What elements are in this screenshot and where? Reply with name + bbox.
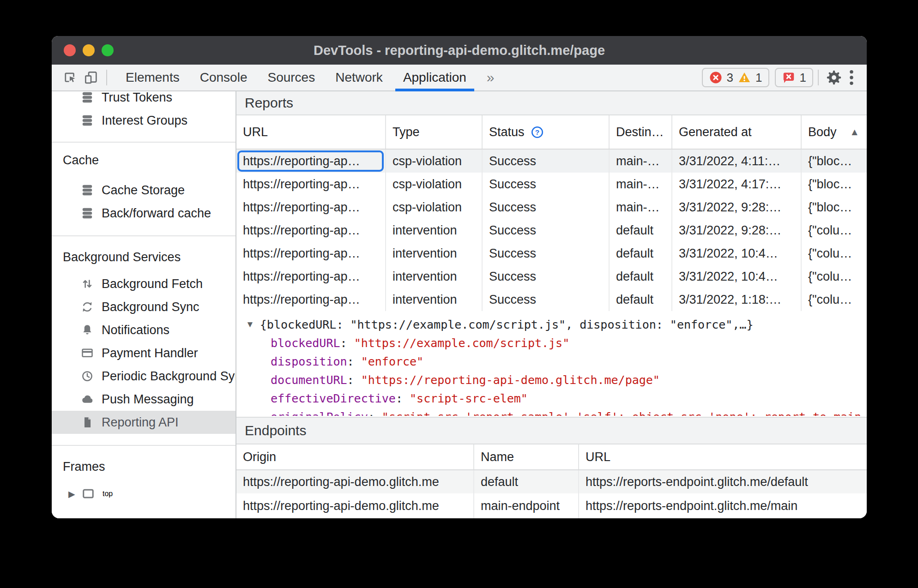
sidebar-item-interest-groups[interactable]: Interest Groups xyxy=(52,109,236,132)
inspect-element-button[interactable] xyxy=(59,67,80,88)
report-status-cell[interactable]: Success xyxy=(483,242,610,265)
report-body-cell[interactable]: {"colu… xyxy=(802,219,867,242)
report-row[interactable]: https://reporting-ap… csp-violation Succ… xyxy=(236,150,867,173)
report-type-cell[interactable]: intervention xyxy=(386,219,483,242)
sidebar-item-background-fetch[interactable]: Background Fetch xyxy=(52,272,236,295)
zoom-window-button[interactable] xyxy=(102,44,114,56)
minimize-window-button[interactable] xyxy=(83,44,95,56)
report-type-cell[interactable]: csp-violation xyxy=(386,150,483,173)
status-help-icon[interactable]: ? xyxy=(530,125,544,139)
report-url-cell[interactable]: https://reporting-ap… xyxy=(236,196,386,219)
sidebar-item-top-frame[interactable]: ▶ top xyxy=(52,482,236,505)
sidebar-item-trust-tokens[interactable]: Trust Tokens xyxy=(52,91,236,109)
tab-sources[interactable]: Sources xyxy=(257,65,325,90)
report-type-cell[interactable]: intervention xyxy=(386,265,483,288)
sidebar-item-notifications[interactable]: Notifications xyxy=(52,318,236,342)
column-header-body[interactable]: Body ▲ xyxy=(802,115,867,149)
report-destination-cell[interactable]: default xyxy=(610,288,672,311)
report-url-cell[interactable]: https://reporting-ap… xyxy=(236,150,386,173)
column-header-generated-at[interactable]: Generated at xyxy=(672,115,802,149)
endpoint-origin-cell[interactable]: https://reporting-api-demo.glitch.me xyxy=(236,493,474,518)
endpoint-url-cell[interactable]: https://reports-endpoint.glitch.me/defau… xyxy=(579,470,867,493)
tab-application[interactable]: Application xyxy=(393,65,477,90)
report-generated-cell[interactable]: 3/31/2022, 9:28:… xyxy=(672,196,802,219)
report-generated-cell[interactable]: 3/31/2022, 10:4… xyxy=(672,265,802,288)
collapse-triangle-icon[interactable]: ▼ xyxy=(246,316,254,334)
sidebar-item-reporting-api[interactable]: Reporting API xyxy=(52,411,236,434)
sidebar-item-label: Interest Groups xyxy=(102,114,187,128)
report-url-cell[interactable]: https://reporting-ap… xyxy=(236,242,386,265)
console-errors-warnings-button[interactable]: 3 1 xyxy=(702,68,769,87)
report-url-cell[interactable]: https://reporting-ap… xyxy=(236,219,386,242)
report-body-cell[interactable]: {"bloc… xyxy=(802,150,867,173)
report-generated-cell[interactable]: 3/31/2022, 4:11:… xyxy=(672,150,802,173)
expand-triangle-icon[interactable]: ▶ xyxy=(68,489,81,499)
report-generated-cell[interactable]: 3/31/2022, 4:17:… xyxy=(672,173,802,196)
tab-console[interactable]: Console xyxy=(190,65,258,90)
report-status-cell[interactable]: Success xyxy=(483,196,610,219)
column-header-url[interactable]: URL xyxy=(236,115,386,149)
report-destination-cell[interactable]: main-… xyxy=(610,173,672,196)
report-generated-cell[interactable]: 3/31/2022, 9:28:… xyxy=(672,219,802,242)
sidebar-item-cache-storage[interactable]: Cache Storage xyxy=(52,179,236,202)
settings-button[interactable] xyxy=(823,67,845,88)
report-destination-cell[interactable]: main-… xyxy=(610,150,672,173)
sidebar-item-background-sync[interactable]: Background Sync xyxy=(52,295,236,318)
endpoint-url-cell[interactable]: https://reports-endpoint.glitch.me/main xyxy=(579,493,867,518)
report-type-cell[interactable]: csp-violation xyxy=(386,173,483,196)
report-destination-cell[interactable]: main-… xyxy=(610,196,672,219)
endpoint-name-cell[interactable]: main-endpoint xyxy=(474,493,579,518)
report-url-cell[interactable]: https://reporting-ap… xyxy=(236,265,386,288)
sidebar-item-push-messaging[interactable]: Push Messaging xyxy=(52,388,236,411)
column-header-endpoint-url[interactable]: URL xyxy=(579,444,867,469)
more-tabs-button[interactable]: » xyxy=(477,65,504,90)
report-destination-cell[interactable]: default xyxy=(610,265,672,288)
report-type-cell[interactable]: intervention xyxy=(386,242,483,265)
report-row[interactable]: https://reporting-ap… intervention Succe… xyxy=(236,242,867,265)
report-url-cell[interactable]: https://reporting-ap… xyxy=(236,173,386,196)
tab-elements[interactable]: Elements xyxy=(115,65,190,90)
report-body-cell[interactable]: {"colu… xyxy=(802,288,867,311)
sidebar-item-payment-handler[interactable]: Payment Handler xyxy=(52,342,236,365)
column-header-name[interactable]: Name xyxy=(474,444,579,469)
report-status-cell[interactable]: Success xyxy=(483,173,610,196)
column-header-status[interactable]: Status ? xyxy=(483,115,610,149)
toggle-device-toolbar-button[interactable] xyxy=(80,67,102,88)
report-type-cell[interactable]: csp-violation xyxy=(386,196,483,219)
column-header-destination[interactable]: Destin… xyxy=(610,115,672,149)
report-url-cell[interactable]: https://reporting-ap… xyxy=(236,288,386,311)
endpoint-row[interactable]: https://reporting-api-demo.glitch.me mai… xyxy=(236,493,867,518)
report-body-cell[interactable]: {"colu… xyxy=(802,265,867,288)
report-status-cell[interactable]: Success xyxy=(483,150,610,173)
report-generated-cell[interactable]: 3/31/2022, 10:4… xyxy=(672,242,802,265)
report-type-cell[interactable]: intervention xyxy=(386,288,483,311)
issues-button[interactable]: 1 xyxy=(775,68,813,87)
report-row[interactable]: https://reporting-ap… intervention Succe… xyxy=(236,219,867,242)
report-status-cell[interactable]: Success xyxy=(483,219,610,242)
endpoint-row[interactable]: https://reporting-api-demo.glitch.me def… xyxy=(236,470,867,493)
report-destination-cell[interactable]: default xyxy=(610,219,672,242)
cloud-icon xyxy=(80,392,94,406)
report-row[interactable]: https://reporting-ap… intervention Succe… xyxy=(236,265,867,288)
endpoint-name-cell[interactable]: default xyxy=(474,470,579,493)
close-window-button[interactable] xyxy=(64,44,76,56)
report-row[interactable]: https://reporting-ap… csp-violation Succ… xyxy=(236,173,867,196)
report-status-cell[interactable]: Success xyxy=(483,288,610,311)
report-row[interactable]: https://reporting-ap… intervention Succe… xyxy=(236,288,867,311)
sidebar-item-back-forward-cache[interactable]: Back/forward cache xyxy=(52,202,236,225)
json-preview-row[interactable]: ▼{blockedURL: "https://example.com/scrip… xyxy=(236,316,867,334)
report-row[interactable]: https://reporting-ap… csp-violation Succ… xyxy=(236,196,867,219)
report-body-cell[interactable]: {"colu… xyxy=(802,242,867,265)
tab-network[interactable]: Network xyxy=(325,65,393,90)
column-header-origin[interactable]: Origin xyxy=(236,444,474,469)
report-body-cell[interactable]: {"bloc… xyxy=(802,173,867,196)
column-header-type[interactable]: Type xyxy=(386,115,483,149)
report-status-cell[interactable]: Success xyxy=(483,265,610,288)
report-body-cell[interactable]: {"bloc… xyxy=(802,196,867,219)
report-generated-cell[interactable]: 3/31/2022, 1:18:… xyxy=(672,288,802,311)
report-destination-cell[interactable]: default xyxy=(610,242,672,265)
endpoint-origin-cell[interactable]: https://reporting-api-demo.glitch.me xyxy=(236,470,474,493)
sidebar-section-background-services: Background Services Background Fetch xyxy=(52,236,236,446)
more-options-button[interactable] xyxy=(845,67,858,88)
sidebar-item-periodic-background-sync[interactable]: Periodic Background Sync xyxy=(52,365,236,388)
